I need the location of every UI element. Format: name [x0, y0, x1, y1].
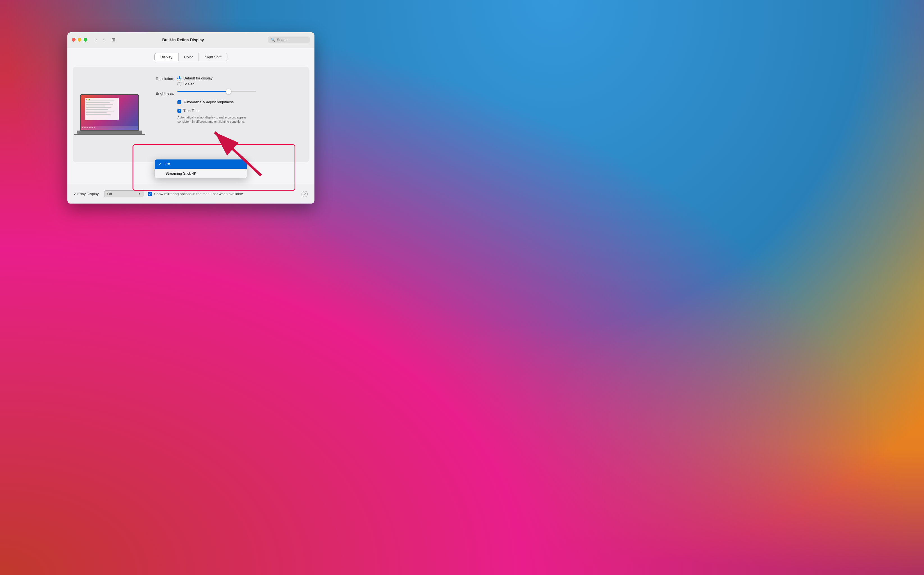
- search-input[interactable]: [277, 38, 307, 42]
- dropdown-item-streaming-stick[interactable]: Streaming Stick 4K: [155, 169, 247, 178]
- titlebar: ‹ › ⊞ Built-in Retina Display 🔍: [67, 32, 314, 48]
- laptop-screen: [80, 94, 139, 130]
- resolution-label: Resolution:: [149, 76, 174, 81]
- laptop-preview: [79, 74, 140, 155]
- chevron-down-icon: ▾: [139, 192, 140, 195]
- tab-bar: Display Color Night Shift: [73, 53, 309, 61]
- radio-default-icon: [178, 76, 181, 80]
- screen-content: [81, 95, 138, 130]
- dropdown-off-label: Off: [165, 162, 170, 166]
- true-tone-checkbox[interactable]: ✓ True Tone: [178, 109, 256, 113]
- tab-display[interactable]: Display: [154, 53, 178, 61]
- brightness-row: Brightness:: [149, 91, 303, 95]
- brightness-label: Brightness:: [149, 91, 174, 95]
- brightness-slider-thumb[interactable]: [226, 89, 231, 94]
- show-mirroring-row: ✓ Show mirroring options in the menu bar…: [148, 192, 243, 196]
- check-icon: ✓: [159, 162, 163, 166]
- resolution-row: Resolution: Default for display Scaled: [149, 76, 303, 86]
- true-tone-label: True Tone: [183, 109, 200, 113]
- minimize-button[interactable]: [78, 38, 81, 41]
- screen-window: [85, 98, 119, 120]
- true-tone-check-icon: ✓: [178, 110, 181, 112]
- options-area: Resolution: Default for display Scaled: [149, 74, 303, 155]
- true-tone-controls: ✓ True Tone Automatically adapt display …: [178, 109, 256, 124]
- back-button[interactable]: ‹: [93, 37, 99, 43]
- resolution-controls: Default for display Scaled: [178, 76, 213, 86]
- search-icon: 🔍: [271, 38, 275, 42]
- help-button[interactable]: ?: [302, 191, 308, 197]
- tab-color[interactable]: Color: [178, 53, 199, 61]
- mirroring-checkbox-box[interactable]: ✓: [148, 192, 152, 196]
- airplay-current-value: Off: [107, 192, 112, 196]
- radio-scaled-label: Scaled: [183, 82, 195, 86]
- auto-brightness-row: ✓ Automatically adjust brightness: [149, 100, 303, 104]
- brightness-slider-track[interactable]: [178, 91, 256, 92]
- maximize-button[interactable]: [84, 38, 87, 41]
- radio-default-display[interactable]: Default for display: [178, 76, 213, 80]
- radio-scaled-icon: [178, 82, 181, 86]
- show-mirroring-label: Show mirroring options in the menu bar w…: [154, 192, 243, 196]
- system-preferences-window: ‹ › ⊞ Built-in Retina Display 🔍 Display …: [67, 32, 314, 203]
- true-tone-row: ✓ True Tone Automatically adapt display …: [149, 109, 303, 124]
- airplay-label: AirPlay Display:: [74, 192, 100, 196]
- dropdown-streaming-label: Streaming Stick 4K: [165, 171, 197, 175]
- radio-default-label: Default for display: [183, 76, 213, 80]
- close-button[interactable]: [72, 38, 76, 41]
- laptop-base: [77, 130, 142, 134]
- brightness-controls: [178, 91, 256, 92]
- auto-brightness-label: Automatically adjust brightness: [183, 100, 233, 104]
- window-title: Built-in Retina Display: [102, 38, 265, 42]
- tab-night-shift[interactable]: Night Shift: [199, 53, 227, 61]
- airplay-dropdown-popup: ✓ Off Streaming Stick 4K: [154, 159, 247, 178]
- mirroring-check-icon: ✓: [149, 192, 151, 195]
- airplay-dropdown-button[interactable]: Off ▾: [104, 191, 143, 197]
- true-tone-checkbox-box: ✓: [178, 109, 181, 113]
- settings-panel: Resolution: Default for display Scaled: [73, 67, 309, 162]
- traffic-lights: [72, 38, 87, 41]
- radio-scaled[interactable]: Scaled: [178, 82, 213, 86]
- search-bar[interactable]: 🔍: [268, 37, 310, 43]
- bottom-bar: AirPlay Display: Off ▾ ✓ Show mirroring …: [67, 184, 314, 203]
- auto-brightness-check-icon: ✓: [178, 101, 181, 103]
- auto-brightness-checkbox[interactable]: ✓ Automatically adjust brightness: [178, 100, 233, 104]
- dropdown-item-off[interactable]: ✓ Off: [155, 159, 247, 169]
- laptop-foot: [74, 134, 145, 135]
- true-tone-description: Automatically adapt display to make colo…: [178, 115, 256, 124]
- laptop-illustration: [80, 94, 139, 135]
- auto-brightness-checkbox-box: ✓: [178, 100, 181, 104]
